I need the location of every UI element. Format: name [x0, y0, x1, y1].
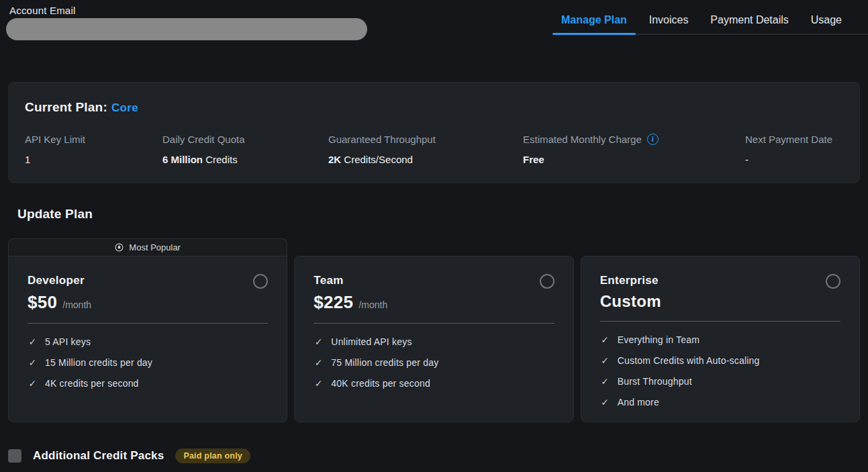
- check-icon: ✓: [314, 336, 324, 347]
- most-popular-label: Most Popular: [129, 242, 181, 252]
- stat-value: -: [745, 154, 843, 165]
- feature-item: ✓5 API keys: [28, 331, 268, 352]
- stat-value: Free: [523, 154, 745, 165]
- additional-credit-packs-checkbox[interactable]: [8, 449, 21, 463]
- check-icon: ✓: [314, 357, 324, 368]
- stat-value: 2K Credits/Second: [328, 154, 523, 165]
- plan-period: /month: [358, 299, 387, 310]
- stat-next-payment-date: Next Payment Date -: [745, 134, 843, 165]
- check-icon: ✓: [28, 336, 38, 347]
- stat-label: API Key Limit: [25, 134, 162, 145]
- plan-name: Team: [314, 274, 343, 287]
- check-icon: ✓: [600, 334, 610, 345]
- current-plan-title: Current Plan:Core: [25, 100, 843, 115]
- plan-price: $225: [314, 292, 353, 313]
- plan-period: /month: [62, 299, 91, 310]
- feature-item: ✓Everything in Team: [600, 329, 840, 350]
- stat-label: Daily Credit Quota: [162, 134, 328, 145]
- additional-credit-packs-row: Additional Credit Packs Paid plan only: [8, 449, 250, 463]
- stat-label: Guaranteed Throughput: [328, 134, 523, 145]
- plan-radio-developer[interactable]: [253, 274, 268, 289]
- tab-invoices[interactable]: Invoices: [640, 14, 697, 34]
- divider: [314, 323, 554, 324]
- plan-card-team: Team $225 /month ✓Unlimited API keys ✓75…: [294, 238, 573, 422]
- paid-plan-only-badge: Paid plan only: [175, 449, 250, 463]
- tab-payment-details[interactable]: Payment Details: [702, 14, 798, 34]
- account-email-label: Account Email: [9, 5, 75, 16]
- check-icon: ✓: [314, 378, 324, 389]
- plan-body-developer[interactable]: Developer $50 /month ✓5 API keys ✓15 Mil…: [8, 256, 287, 422]
- check-icon: ✓: [600, 397, 610, 408]
- feature-item: ✓40K credits per second: [314, 373, 554, 393]
- feature-item: ✓Unlimited API keys: [314, 331, 554, 352]
- tab-manage-plan[interactable]: Manage Plan: [552, 14, 636, 34]
- plan-name: Developer: [28, 274, 85, 287]
- plan-card-developer: Most Popular Developer $50 /month ✓5 API…: [8, 238, 287, 422]
- tab-usage[interactable]: Usage: [802, 14, 851, 34]
- feature-item: ✓4K credits per second: [28, 373, 268, 393]
- plan-body-enterprise[interactable]: Enterprise Custom ✓Everything in Team ✓C…: [581, 256, 860, 422]
- feature-list: ✓Unlimited API keys ✓75 Million credits …: [314, 331, 554, 393]
- stat-label: Estimated Monthly Charge i: [523, 134, 745, 145]
- current-plan-stats: API Key Limit 1 Daily Credit Quota 6 Mil…: [25, 134, 843, 165]
- stat-label: Next Payment Date: [745, 134, 843, 145]
- divider: [28, 323, 268, 324]
- divider: [600, 321, 840, 322]
- feature-item: ✓And more: [600, 391, 840, 412]
- feature-list: ✓5 API keys ✓15 Million credits per day …: [28, 331, 268, 393]
- plan-radio-enterprise[interactable]: [826, 274, 840, 289]
- plan-radio-team[interactable]: [540, 274, 554, 289]
- feature-item: ✓Burst Throughput: [600, 371, 840, 391]
- update-plan-heading: Update Plan: [17, 207, 93, 222]
- check-icon: ✓: [600, 355, 610, 366]
- plan-card-enterprise: Enterprise Custom ✓Everything in Team ✓C…: [581, 238, 860, 422]
- current-plan-name: Core: [111, 101, 138, 114]
- feature-item: ✓Custom Credits with Auto-scaling: [600, 350, 840, 371]
- check-icon: ✓: [28, 357, 38, 368]
- feature-item: ✓15 Million credits per day: [28, 352, 268, 373]
- stat-guaranteed-throughput: Guaranteed Throughput 2K Credits/Second: [328, 134, 523, 165]
- plan-price: $50: [28, 292, 57, 313]
- flame-icon: [115, 243, 124, 252]
- stat-api-key-limit: API Key Limit 1: [25, 134, 162, 165]
- plan-cards: Most Popular Developer $50 /month ✓5 API…: [8, 238, 860, 422]
- feature-list: ✓Everything in Team ✓Custom Credits with…: [600, 329, 840, 412]
- stat-daily-credit-quota: Daily Credit Quota 6 Million Credits: [162, 134, 328, 165]
- check-icon: ✓: [600, 376, 610, 387]
- stat-value: 6 Million Credits: [162, 154, 328, 165]
- check-icon: ✓: [28, 378, 38, 389]
- info-icon[interactable]: i: [647, 134, 659, 145]
- plan-name: Enterprise: [600, 274, 659, 287]
- stat-value: 1: [25, 154, 162, 165]
- stat-estimated-monthly-charge: Estimated Monthly Charge i Free: [523, 134, 745, 165]
- current-plan-card: Current Plan:Core API Key Limit 1 Daily …: [8, 82, 860, 183]
- most-popular-badge: Most Popular: [8, 238, 287, 256]
- additional-credit-packs-label: Additional Credit Packs: [33, 449, 164, 463]
- current-plan-title-prefix: Current Plan:: [25, 100, 107, 114]
- billing-tabs: Manage Plan Invoices Payment Details Usa…: [552, 0, 868, 35]
- plan-body-team[interactable]: Team $225 /month ✓Unlimited API keys ✓75…: [294, 256, 573, 422]
- feature-item: ✓75 Million credits per day: [314, 352, 554, 373]
- plan-price: Custom: [600, 292, 661, 311]
- account-email-redacted: [6, 18, 367, 40]
